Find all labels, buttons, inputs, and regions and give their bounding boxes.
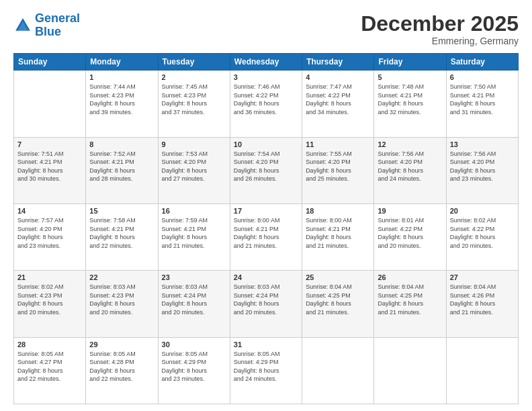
cell-info: Sunrise: 8:05 AMSunset: 4:29 PMDaylight:… bbox=[162, 350, 226, 383]
cell-line: Daylight: 8 hours bbox=[306, 300, 351, 307]
cell-line: and 24 minutes. bbox=[234, 375, 277, 382]
location: Emmering, Germany bbox=[361, 36, 519, 46]
cell-line: Sunset: 4:27 PM bbox=[17, 359, 62, 365]
cell-info: Sunrise: 7:58 AMSunset: 4:21 PMDaylight:… bbox=[89, 216, 154, 250]
cell-line: Sunrise: 7:56 AM bbox=[378, 150, 424, 157]
cell-line: and 31 minutes. bbox=[450, 109, 493, 116]
cell-line: Sunrise: 8:04 AM bbox=[378, 283, 424, 290]
cell-line: Daylight: 8 hours bbox=[89, 167, 135, 174]
cell-line: Daylight: 8 hours bbox=[378, 100, 423, 107]
cell-line: Sunrise: 8:03 AM bbox=[162, 283, 208, 290]
calendar-cell: 21Sunrise: 8:02 AMSunset: 4:23 PMDayligh… bbox=[14, 271, 86, 337]
cell-info: Sunrise: 7:48 AMSunset: 4:21 PMDaylight:… bbox=[378, 83, 442, 116]
calendar-cell bbox=[14, 71, 86, 137]
cell-info: Sunrise: 8:04 AMSunset: 4:26 PMDaylight:… bbox=[450, 283, 515, 316]
cell-line: Daylight: 8 hours bbox=[162, 100, 208, 107]
cell-info: Sunrise: 7:56 AMSunset: 4:20 PMDaylight:… bbox=[378, 150, 442, 183]
calendar-cell: 10Sunrise: 7:54 AMSunset: 4:20 PMDayligh… bbox=[230, 137, 302, 203]
calendar-cell: 6Sunrise: 7:50 AMSunset: 4:21 PMDaylight… bbox=[446, 71, 518, 137]
weekday-wednesday: Wednesday bbox=[230, 54, 302, 71]
day-number: 20 bbox=[450, 207, 515, 215]
cell-line: Sunrise: 8:00 AM bbox=[234, 217, 280, 224]
cell-line: Sunset: 4:20 PM bbox=[306, 158, 351, 165]
calendar-week-3: 14Sunrise: 7:57 AMSunset: 4:20 PMDayligh… bbox=[14, 203, 519, 270]
day-number: 9 bbox=[162, 140, 226, 148]
logo-blue: Blue bbox=[35, 25, 61, 38]
day-number: 1 bbox=[89, 73, 154, 81]
cell-line: Sunrise: 7:47 AM bbox=[306, 83, 352, 90]
cell-line: Sunrise: 8:00 AM bbox=[306, 217, 352, 224]
calendar-week-4: 21Sunrise: 8:02 AMSunset: 4:23 PMDayligh… bbox=[14, 271, 519, 337]
day-number: 13 bbox=[450, 140, 515, 148]
cell-line: Daylight: 8 hours bbox=[162, 367, 208, 374]
cell-line: Sunrise: 7:46 AM bbox=[234, 83, 280, 90]
calendar-week-5: 28Sunrise: 8:05 AMSunset: 4:27 PMDayligh… bbox=[14, 337, 519, 404]
cell-info: Sunrise: 8:02 AMSunset: 4:23 PMDaylight:… bbox=[17, 283, 82, 316]
cell-line: Daylight: 8 hours bbox=[378, 234, 423, 240]
day-number: 29 bbox=[89, 340, 154, 349]
cell-line: and 30 minutes. bbox=[17, 175, 60, 182]
cell-line: and 20 minutes. bbox=[89, 309, 132, 316]
calendar-cell: 22Sunrise: 8:03 AMSunset: 4:23 PMDayligh… bbox=[86, 271, 158, 337]
cell-line: Sunset: 4:20 PM bbox=[17, 226, 62, 232]
day-number: 28 bbox=[17, 340, 82, 349]
cell-line: Sunset: 4:21 PM bbox=[17, 158, 62, 165]
cell-info: Sunrise: 7:47 AMSunset: 4:22 PMDaylight:… bbox=[306, 83, 370, 116]
cell-line: Sunset: 4:25 PM bbox=[378, 292, 423, 299]
calendar-cell: 4Sunrise: 7:47 AMSunset: 4:22 PMDaylight… bbox=[302, 71, 374, 137]
day-number: 30 bbox=[162, 340, 226, 349]
cell-line: and 28 minutes. bbox=[89, 175, 132, 182]
cell-line: Sunset: 4:25 PM bbox=[306, 292, 351, 299]
calendar-cell: 27Sunrise: 8:04 AMSunset: 4:26 PMDayligh… bbox=[446, 271, 518, 337]
logo-icon bbox=[13, 16, 32, 35]
cell-info: Sunrise: 7:46 AMSunset: 4:22 PMDaylight:… bbox=[234, 83, 298, 116]
cell-info: Sunrise: 8:04 AMSunset: 4:25 PMDaylight:… bbox=[378, 283, 442, 316]
calendar-cell: 16Sunrise: 7:59 AMSunset: 4:21 PMDayligh… bbox=[158, 203, 230, 270]
day-number: 12 bbox=[378, 140, 442, 148]
calendar-cell bbox=[374, 337, 446, 404]
cell-line: Sunrise: 7:55 AM bbox=[306, 150, 352, 157]
cell-line: Sunset: 4:29 PM bbox=[162, 359, 207, 365]
cell-info: Sunrise: 7:56 AMSunset: 4:20 PMDaylight:… bbox=[450, 150, 515, 183]
cell-line: Sunset: 4:23 PM bbox=[17, 292, 62, 299]
cell-info: Sunrise: 8:00 AMSunset: 4:21 PMDaylight:… bbox=[306, 216, 370, 250]
cell-line: and 26 minutes. bbox=[234, 175, 277, 182]
calendar-cell: 28Sunrise: 8:05 AMSunset: 4:27 PMDayligh… bbox=[14, 337, 86, 404]
cell-line: Daylight: 8 hours bbox=[306, 100, 351, 107]
cell-line: Sunrise: 8:01 AM bbox=[378, 217, 424, 224]
cell-line: Daylight: 8 hours bbox=[17, 234, 63, 240]
cell-line: Daylight: 8 hours bbox=[378, 167, 423, 174]
cell-line: Daylight: 8 hours bbox=[450, 300, 496, 307]
day-number: 27 bbox=[450, 273, 515, 281]
cell-line: Daylight: 8 hours bbox=[234, 167, 279, 174]
day-number: 25 bbox=[306, 273, 370, 281]
cell-line: Daylight: 8 hours bbox=[162, 300, 208, 307]
day-number: 15 bbox=[89, 207, 154, 215]
cell-line: Sunset: 4:22 PM bbox=[378, 226, 423, 232]
weekday-saturday: Saturday bbox=[446, 54, 518, 71]
cell-line: Sunset: 4:24 PM bbox=[162, 292, 207, 299]
cell-line: Daylight: 8 hours bbox=[378, 300, 423, 307]
day-number: 31 bbox=[234, 340, 298, 349]
calendar-cell: 20Sunrise: 8:02 AMSunset: 4:22 PMDayligh… bbox=[446, 203, 518, 270]
cell-line: Sunset: 4:22 PM bbox=[234, 92, 279, 99]
cell-line: Daylight: 8 hours bbox=[234, 367, 279, 374]
calendar-cell: 13Sunrise: 7:56 AMSunset: 4:20 PMDayligh… bbox=[446, 137, 518, 203]
day-number: 6 bbox=[450, 73, 515, 81]
cell-line: and 21 minutes. bbox=[306, 309, 349, 316]
day-number: 2 bbox=[162, 73, 226, 81]
cell-line: Sunrise: 7:59 AM bbox=[162, 217, 208, 224]
cell-line: Sunrise: 7:52 AM bbox=[89, 150, 136, 157]
day-number: 18 bbox=[306, 207, 370, 215]
cell-line: Sunset: 4:21 PM bbox=[450, 92, 495, 99]
cell-line: and 39 minutes. bbox=[89, 109, 132, 116]
cell-line: Daylight: 8 hours bbox=[89, 367, 135, 374]
weekday-thursday: Thursday bbox=[302, 54, 374, 71]
cell-line: Daylight: 8 hours bbox=[89, 234, 135, 240]
calendar-table: SundayMondayTuesdayWednesdayThursdayFrid… bbox=[13, 53, 519, 404]
day-number: 10 bbox=[234, 140, 298, 148]
cell-line: Daylight: 8 hours bbox=[450, 167, 496, 174]
cell-line: and 32 minutes. bbox=[378, 109, 420, 116]
calendar-cell: 19Sunrise: 8:01 AMSunset: 4:22 PMDayligh… bbox=[374, 203, 446, 270]
cell-info: Sunrise: 7:52 AMSunset: 4:21 PMDaylight:… bbox=[89, 150, 154, 183]
